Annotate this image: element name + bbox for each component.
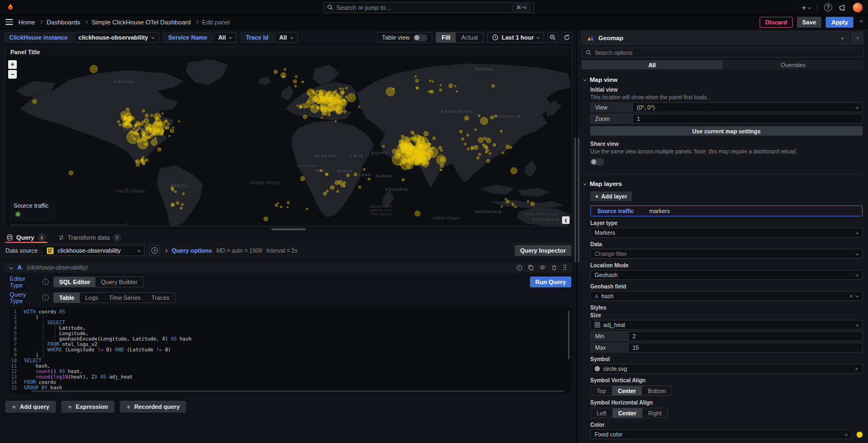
datasource-row: Data source clickhouse-observability ? Q…: [0, 243, 577, 258]
size-field-select[interactable]: adj_heat: [590, 320, 863, 330]
user-avatar[interactable]: [853, 3, 863, 12]
map-layers-header[interactable]: Map layers: [584, 181, 863, 187]
delete-query-icon[interactable]: [551, 265, 557, 271]
editor-scrollbar-horizontal[interactable]: [31, 390, 564, 392]
editor-scrollbar-vertical[interactable]: [568, 311, 570, 359]
location-mode-select[interactable]: Geohash: [590, 270, 863, 280]
panel-title[interactable]: Panel Title: [5, 47, 572, 57]
expression-button[interactable]: +Expression: [61, 401, 114, 413]
styles-label: Styles: [590, 305, 863, 311]
breadcrumb-dashboard-name[interactable]: Simple ClickHouse OTel Dashboard: [92, 19, 191, 25]
center-option[interactable]: Center: [612, 386, 642, 395]
bottom-option[interactable]: Bottom: [642, 386, 672, 395]
tab-overrides[interactable]: Overrides: [723, 60, 864, 69]
plus-icon: +: [595, 193, 598, 200]
fill-option[interactable]: Fill: [436, 33, 456, 42]
right-option[interactable]: Right: [642, 408, 668, 418]
query-inspector-button[interactable]: Query Inspector: [515, 245, 571, 256]
collapse-options-button[interactable]: [851, 31, 864, 44]
table-option[interactable]: Table: [54, 293, 80, 303]
panel-resize-handle[interactable]: [0, 227, 577, 232]
table-view-toggle[interactable]: [413, 34, 427, 41]
splitter-scrollbar[interactable]: [575, 138, 576, 262]
traces-option[interactable]: Traces: [146, 293, 175, 303]
refresh-button[interactable]: [561, 32, 572, 43]
symbol-select[interactable]: circle.svg ×: [590, 364, 863, 374]
save-button[interactable]: Save: [797, 17, 822, 28]
variable-value-dropdown[interactable]: All: [213, 32, 237, 43]
variable-clickhouse-instance: ClickHouse instance clickhouse-observabi…: [4, 32, 159, 43]
duplicate-query-icon[interactable]: [528, 265, 534, 271]
legend-marker-icon: [15, 211, 21, 217]
tab-query[interactable]: Query 1: [5, 232, 47, 243]
min-input[interactable]: [628, 331, 863, 341]
news-icon[interactable]: [839, 4, 846, 11]
options-scrollbar[interactable]: [578, 138, 579, 262]
section-map-layers: Map layers +Add layer Source traffic mar…: [584, 174, 863, 443]
datasource-help-button[interactable]: ?: [149, 245, 160, 256]
variable-value-dropdown[interactable]: All: [275, 32, 298, 43]
add-query-button[interactable]: +Add query: [5, 401, 56, 413]
query-builder-option[interactable]: Query Builder: [95, 277, 143, 287]
left-option[interactable]: Left: [591, 408, 612, 418]
breadcrumb-dashboards[interactable]: Dashboards: [47, 19, 80, 25]
global-search[interactable]: ⌘+k: [323, 2, 534, 13]
data-select[interactable]: Change filter: [590, 249, 863, 259]
breadcrumb-home[interactable]: Home: [18, 19, 35, 25]
collapse-header-icon[interactable]: [859, 20, 863, 24]
datasource-picker[interactable]: clickhouse-observability: [42, 245, 145, 256]
share-view-toggle[interactable]: [590, 158, 604, 165]
map-attribution-button[interactable]: i: [562, 216, 570, 224]
add-menu-button[interactable]: +: [802, 3, 810, 12]
max-input[interactable]: [628, 343, 863, 352]
zoom-input[interactable]: [633, 114, 863, 124]
visualization-picker[interactable]: Geomap: [582, 31, 849, 44]
map-view-header[interactable]: Map view: [584, 76, 863, 83]
apply-button[interactable]: Apply: [826, 17, 853, 28]
chevron-down-icon[interactable]: [9, 265, 13, 269]
help-icon[interactable]: ?: [824, 3, 832, 11]
layer-name[interactable]: Source traffic: [597, 208, 634, 214]
actual-option[interactable]: Actual: [456, 33, 483, 42]
hide-query-icon[interactable]: [539, 264, 546, 271]
add-layer-button[interactable]: +Add layer: [590, 191, 632, 201]
geomap-canvas[interactable]: RUSSIACANADAUNITED STATESKAZAKHSTANMONGO…: [5, 57, 572, 226]
grafana-logo[interactable]: [5, 3, 15, 12]
sql-editor-option[interactable]: SQL Editor: [54, 277, 95, 287]
run-query-button[interactable]: Run Query: [530, 277, 571, 287]
tab-all[interactable]: All: [582, 60, 723, 69]
options-search-input[interactable]: [595, 49, 859, 56]
variable-value-dropdown[interactable]: clickhouse-observability: [74, 32, 159, 43]
geohash-field-select[interactable]: A hash ×: [590, 291, 863, 301]
query-datasource-hint: (clickhouse-observability): [27, 265, 87, 271]
center-option[interactable]: Center: [612, 408, 642, 418]
color-swatch[interactable]: [857, 432, 863, 438]
menu-toggle-icon[interactable]: [5, 19, 13, 25]
query-a-header[interactable]: A (clickhouse-observability): [4, 262, 572, 273]
top-option[interactable]: Top: [591, 386, 612, 395]
layer-type-select[interactable]: Markers: [590, 228, 863, 237]
clear-icon[interactable]: ×: [855, 365, 858, 372]
layer-item[interactable]: Source traffic markers: [590, 206, 863, 216]
map-zoom-in-button[interactable]: +: [8, 60, 17, 69]
query-options-toggle[interactable]: Query options: [171, 247, 212, 254]
time-range-picker[interactable]: Last 1 hour: [487, 32, 544, 43]
edit-panel-left: ClickHouse instance clickhouse-observabi…: [0, 29, 577, 443]
logs-option[interactable]: Logs: [80, 293, 104, 303]
sql-line: 10SELECT: [10, 358, 571, 363]
view-select[interactable]: (0°, 0°): [633, 102, 863, 112]
time-series-option[interactable]: Time Series: [104, 293, 146, 303]
global-search-input[interactable]: [336, 4, 509, 11]
clear-icon[interactable]: ×: [850, 293, 853, 299]
tab-transform-data[interactable]: Transform data 0: [57, 232, 123, 243]
map-zoom-out-button[interactable]: −: [8, 70, 17, 79]
drag-handle-icon[interactable]: [563, 264, 567, 271]
use-current-map-settings-button[interactable]: Use current map settings: [590, 126, 863, 136]
options-search[interactable]: [582, 48, 864, 57]
discard-button[interactable]: Discard: [760, 17, 792, 28]
recorded-query-button[interactable]: +Recorded query: [120, 401, 186, 413]
color-select[interactable]: Fixed color: [590, 429, 852, 439]
shortcut-badge: ⌘+k: [513, 4, 530, 11]
zoom-out-time-button[interactable]: [547, 32, 558, 43]
sql-editor[interactable]: 1WITH coords AS2 (3 SELECT4 Latitude,5 L…: [10, 307, 571, 393]
